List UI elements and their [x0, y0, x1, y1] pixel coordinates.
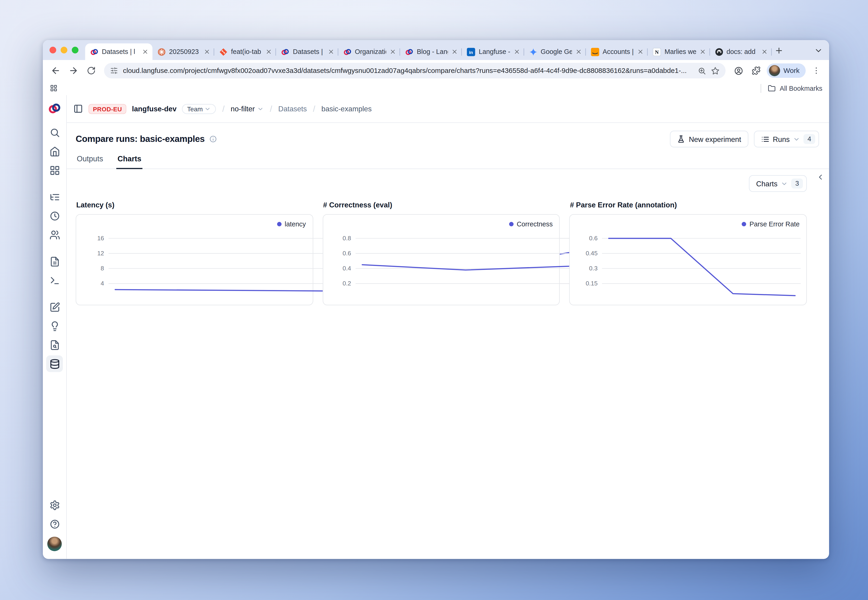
chart-title: # Parse Error Rate (annotation) [570, 201, 807, 209]
tab-outputs[interactable]: Outputs [76, 155, 104, 168]
browser-tab[interactable]: inLangfuse - [462, 43, 524, 60]
legend-dot [277, 222, 281, 226]
tab-close-icon[interactable] [328, 48, 334, 55]
tab-title: Datasets | l [102, 48, 138, 56]
new-experiment-button[interactable]: New experiment [670, 131, 748, 147]
tab-close-icon[interactable] [761, 48, 768, 55]
tab-close-icon[interactable] [390, 48, 396, 55]
bookmark-star-icon[interactable] [711, 67, 719, 75]
site-settings-icon[interactable] [110, 67, 118, 74]
profile-chip[interactable]: Work [767, 64, 806, 78]
sidebar-item-users[interactable] [46, 226, 63, 243]
sidebar-item-home[interactable] [46, 143, 63, 159]
close-window-button[interactable] [50, 47, 56, 53]
sidebar-toggle-button[interactable] [73, 104, 83, 114]
org-name[interactable]: langfuse-dev [132, 105, 177, 113]
sidebar-item-annotation[interactable] [46, 298, 63, 315]
user-avatar[interactable] [47, 536, 62, 551]
browser-tab[interactable]: Blog - Lang [400, 43, 462, 60]
tab-close-icon[interactable] [699, 48, 706, 55]
sidebar-item-evaluation[interactable] [46, 336, 63, 353]
address-bar[interactable]: cloud.langfuse.com/project/cmfwgv8fx002o… [104, 63, 725, 78]
all-bookmarks-button[interactable]: All Bookmarks [761, 84, 822, 92]
charts-dropdown-button[interactable]: Charts 3 [749, 175, 807, 192]
legend-label: latency [285, 220, 306, 228]
sidebar-item-sessions[interactable] [46, 208, 63, 224]
profile-label: Work [783, 67, 800, 74]
bookmarks-bar: All Bookmarks [43, 81, 829, 95]
org-type-label: Team [187, 105, 203, 112]
sidebar-item-dashboards[interactable] [46, 162, 63, 179]
breadcrumb-dataset[interactable]: basic-examples [322, 105, 372, 113]
page-content: Compare runs: basic-examples New experim… [67, 123, 829, 559]
svg-text:12: 12 [97, 250, 104, 257]
tab-title: Marlies we [665, 48, 696, 56]
sidebar-item-search[interactable] [46, 124, 63, 141]
langfuse-favicon [281, 47, 290, 56]
svg-text:8: 8 [101, 265, 104, 272]
browser-tab[interactable]: 20250923 [152, 43, 214, 60]
sidebar-item-insights[interactable] [46, 318, 63, 334]
legend-dot [509, 222, 513, 226]
browser-tab[interactable]: NMarlies we [648, 43, 710, 60]
app-topbar: PROD-EU langfuse-dev Team / no-filter / … [67, 95, 829, 123]
langfuse-logo[interactable] [48, 102, 61, 115]
forward-button[interactable] [65, 62, 82, 79]
breadcrumb-datasets[interactable]: Datasets [278, 105, 307, 113]
tab-search-button[interactable] [811, 43, 826, 58]
browser-tab[interactable]: Google Ge [524, 43, 586, 60]
new-tab-button[interactable] [772, 43, 786, 58]
chart-legend: latency [82, 220, 308, 228]
browser-tab[interactable]: Datasets | l [276, 43, 338, 60]
browser-tab[interactable]: feat(io-tab [214, 43, 276, 60]
new-experiment-label: New experiment [689, 135, 741, 143]
zoom-icon[interactable] [698, 67, 706, 75]
tab-close-icon[interactable] [637, 48, 644, 55]
sidebar-item-prompts[interactable] [46, 253, 63, 270]
svg-text:0.8: 0.8 [343, 235, 351, 242]
sidebar-item-playground[interactable] [46, 272, 63, 289]
browser-tab[interactable]: Accounts | [586, 43, 648, 60]
breadcrumb-separator: / [269, 104, 273, 114]
minimize-window-button[interactable] [61, 47, 67, 53]
reload-button[interactable] [83, 62, 100, 79]
runs-dropdown-button[interactable]: Runs 4 [754, 131, 819, 147]
tab-close-icon[interactable] [575, 48, 582, 55]
sidebar-item-tracing[interactable] [46, 188, 63, 205]
fullscreen-window-button[interactable] [72, 47, 79, 53]
langfuse-favicon [405, 47, 413, 56]
collapse-panel-button[interactable] [814, 171, 826, 183]
tab-close-icon[interactable] [142, 48, 149, 55]
tab-title: Blog - Lang [417, 48, 448, 56]
account-circle-icon[interactable] [730, 62, 747, 79]
org-type-pill[interactable]: Team [182, 104, 216, 114]
browser-tab[interactable]: Datasets | l [85, 43, 152, 60]
tab-close-icon[interactable] [204, 48, 211, 55]
sidebar-item-datasets[interactable] [46, 355, 63, 372]
project-selector[interactable]: no-filter [231, 105, 264, 113]
browser-tab[interactable]: Organizatio [338, 43, 400, 60]
chart-legend: Parse Error Rate [575, 220, 802, 228]
folder-icon [768, 84, 776, 92]
svg-text:0.4: 0.4 [343, 265, 351, 272]
tab-close-icon[interactable] [266, 48, 272, 55]
tab-charts[interactable]: Charts [117, 155, 143, 169]
extensions-puzzle-icon[interactable] [748, 62, 765, 79]
browser-tab[interactable]: docs: add [710, 43, 772, 60]
sidebar-item-support[interactable] [46, 515, 63, 532]
tab-title: 20250923 [169, 48, 200, 56]
svg-text:0.3: 0.3 [589, 265, 598, 272]
app-main: PROD-EU langfuse-dev Team / no-filter / … [67, 95, 829, 559]
desktop-background: Datasets | l20250923feat(io-tabDatasets … [0, 0, 868, 600]
runs-count-badge: 4 [804, 134, 815, 144]
browser-menu-button[interactable] [808, 62, 825, 79]
chart-card: latency481216 [76, 214, 313, 305]
breadcrumb-separator: / [313, 104, 316, 114]
apps-grid-icon[interactable] [50, 84, 58, 92]
back-button[interactable] [47, 62, 64, 79]
info-icon[interactable] [209, 135, 217, 143]
tab-close-icon[interactable] [451, 48, 458, 55]
sidebar-item-settings[interactable] [46, 497, 63, 513]
browser-toolbar: cloud.langfuse.com/project/cmfwgv8fx002o… [43, 60, 829, 81]
tab-close-icon[interactable] [513, 48, 520, 55]
